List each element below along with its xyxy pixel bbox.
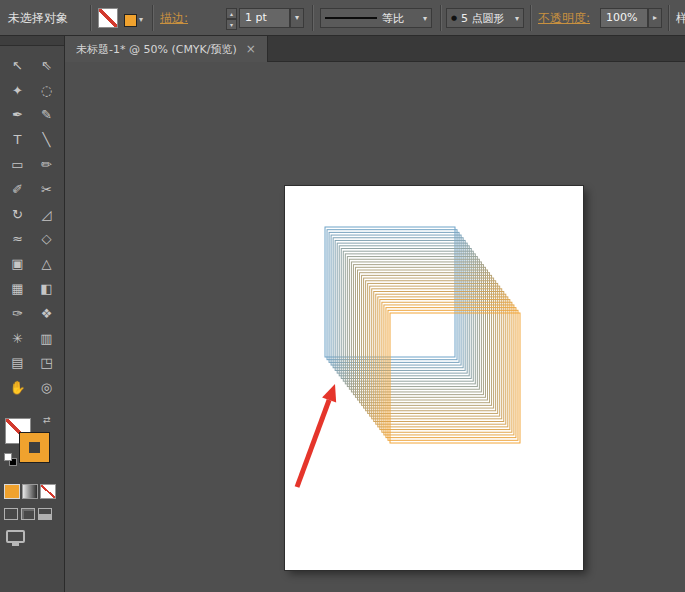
tools-panel-header[interactable] (0, 36, 64, 46)
line-segment-tool[interactable]: ╲ (32, 127, 61, 152)
zoom-tool[interactable]: ◎ (32, 375, 61, 400)
color-button[interactable] (4, 484, 20, 499)
canvas-area[interactable] (65, 62, 685, 592)
stroke-width-dropdown[interactable]: ▾ (290, 8, 304, 28)
pencil-tool[interactable]: ✐ (3, 177, 32, 202)
opacity-panel-link[interactable]: 不透明度: (538, 10, 590, 27)
stroke-width-input[interactable]: 1 pt (239, 8, 290, 28)
scissors-tool[interactable]: ✂ (32, 177, 61, 202)
screen-mode-icon (6, 530, 25, 543)
stroke-color-swatch[interactable] (124, 14, 137, 27)
rotate-tool[interactable]: ↻ (3, 202, 32, 227)
separator (312, 5, 314, 31)
style-label-partial: 样 (676, 10, 685, 27)
opacity-input[interactable]: 100% (600, 8, 648, 28)
curvature-tool[interactable]: ✎ (32, 103, 61, 128)
profile-label: 等比 (382, 11, 404, 26)
separator (90, 5, 92, 31)
default-fill-stroke-icon[interactable] (4, 453, 18, 467)
brush-dropdown-icon: ▾ (515, 14, 519, 23)
document-tab[interactable]: 未标题-1* @ 50% (CMYK/预览) × (65, 36, 268, 62)
perspective-grid-tool[interactable]: △ (32, 251, 61, 276)
selection-status: 未选择对象 (8, 10, 68, 27)
stroke-panel-link[interactable]: 描边: (160, 10, 188, 27)
blend-tool[interactable]: ❖ (32, 301, 61, 326)
shape-builder-tool[interactable]: ▣ (3, 251, 32, 276)
step-down-icon[interactable]: ▾ (226, 19, 237, 30)
stroke-profile-dropdown[interactable]: 等比 ▾ (320, 8, 432, 28)
mesh-tool[interactable]: ▦ (3, 276, 32, 301)
fill-stroke-indicator: ⇄ (5, 418, 55, 468)
tab-bar: 未标题-1* @ 50% (CMYK/预览) × (65, 36, 685, 62)
gradient-button[interactable] (22, 484, 38, 499)
slice-tool[interactable]: ◳ (32, 351, 61, 376)
pen-tool[interactable]: ✒ (3, 103, 32, 128)
brush-definition-dropdown[interactable]: ● 5 点圆形 ▾ (446, 8, 524, 28)
draw-behind-mode-button[interactable] (21, 508, 35, 520)
swap-fill-stroke-icon[interactable]: ⇄ (43, 415, 51, 425)
draw-inside-mode-button[interactable] (38, 508, 52, 520)
brush-label: 5 点圆形 (461, 11, 505, 26)
scale-tool[interactable]: ◿ (32, 202, 61, 227)
step-up-icon[interactable]: ▴ (226, 8, 237, 19)
direct-selection-tool[interactable]: ⇖ (32, 53, 61, 78)
symbol-sprayer-tool[interactable]: ✳ (3, 326, 32, 351)
hand-tool[interactable]: ✋ (3, 375, 32, 400)
separator (440, 5, 442, 31)
separator (152, 5, 154, 31)
width-tool[interactable]: ≈ (3, 227, 32, 252)
lasso-tool[interactable]: ◌ (32, 78, 61, 103)
profile-dropdown-icon: ▾ (423, 14, 427, 23)
separator (530, 5, 532, 31)
artboard-tool[interactable]: ▤ (3, 351, 32, 376)
stroke-indicator-orange[interactable] (20, 433, 49, 462)
stroke-profile-preview (325, 17, 377, 19)
gradient-tool[interactable]: ◧ (32, 276, 61, 301)
rectangle-tool[interactable]: ▭ (3, 152, 32, 177)
magic-wand-tool[interactable]: ✦ (3, 78, 32, 103)
drawing-mode-buttons (4, 508, 52, 520)
eyedropper-tool[interactable]: ✑ (3, 301, 32, 326)
selection-tool[interactable]: ↖ (3, 53, 32, 78)
stroke-width-stepper[interactable]: ▴ ▾ (226, 8, 237, 28)
separator (668, 5, 670, 31)
control-bar: 未选择对象 ▾ 描边: ▴ ▾ 1 pt ▾ 等比 ▾ ● 5 点圆形 ▾ 不透… (0, 0, 685, 36)
document-tab-title: 未标题-1* @ 50% (CMYK/预览) (76, 42, 237, 57)
artboard[interactable] (285, 186, 583, 570)
none-button[interactable] (40, 484, 56, 499)
toolbar-tools: ↖⇖✦◌✒✎T╲▭✏✐✂↻◿≈◇▣△▦◧✑❖✳▥▤◳✋◎ (3, 53, 61, 400)
free-transform-tool[interactable]: ◇ (32, 227, 61, 252)
draw-normal-mode-button[interactable] (4, 508, 18, 520)
type-tool[interactable]: T (3, 127, 32, 152)
tools-panel: ↖⇖✦◌✒✎T╲▭✏✐✂↻◿≈◇▣△▦◧✑❖✳▥▤◳✋◎ ⇄ (0, 36, 65, 592)
opacity-flyout-button[interactable]: ▸ (648, 8, 662, 28)
paintbrush-tool[interactable]: ✏ (32, 152, 61, 177)
swatch-dropdown-icon[interactable]: ▾ (139, 15, 143, 24)
color-type-buttons (4, 484, 56, 499)
fill-none-swatch[interactable] (98, 8, 118, 28)
brush-preview-dot: ● (451, 14, 457, 22)
blend-shape[interactable] (285, 186, 583, 570)
screen-mode-button[interactable] (6, 530, 36, 550)
column-graph-tool[interactable]: ▥ (32, 326, 61, 351)
tab-close-button[interactable]: × (246, 42, 256, 56)
